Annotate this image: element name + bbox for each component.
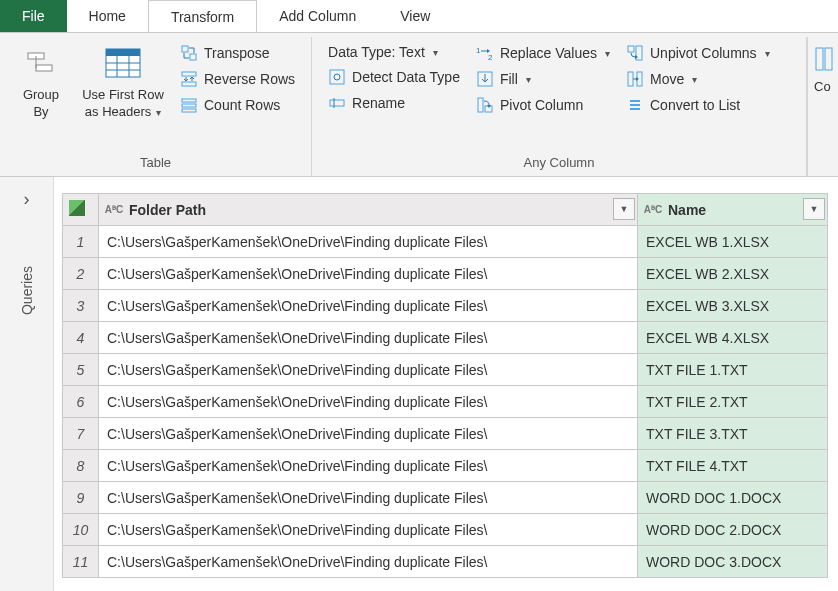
detect-data-type-button[interactable]: Detect Data Type (324, 65, 464, 89)
row-number[interactable]: 7 (63, 418, 99, 450)
cell-name[interactable]: WORD DOC 1.DOCX (638, 482, 828, 514)
rename-button[interactable]: Rename (324, 91, 464, 115)
tab-strip: File Home Transform Add Column View (0, 0, 838, 32)
chevron-down-icon: ▾ (692, 74, 697, 85)
cell-name[interactable]: EXCEL WB 2.XLSX (638, 258, 828, 290)
cell-folder-path[interactable]: C:\Users\GašperKamenšek\OneDrive\Finding… (99, 322, 638, 354)
queries-pane-label: Queries (19, 266, 35, 315)
table-row[interactable]: 7C:\Users\GašperKamenšek\OneDrive\Findin… (63, 418, 828, 450)
cell-folder-path[interactable]: C:\Users\GašperKamenšek\OneDrive\Finding… (99, 386, 638, 418)
cell-folder-path[interactable]: C:\Users\GašperKamenšek\OneDrive\Finding… (99, 258, 638, 290)
count-rows-button[interactable]: Count Rows (176, 93, 299, 117)
convert-to-list-button[interactable]: Convert to List (622, 93, 774, 117)
ribbon-group-any-column-label: Any Column (320, 151, 798, 176)
cell-folder-path[interactable]: C:\Users\GašperKamenšek\OneDrive\Finding… (99, 514, 638, 546)
replace-label: Replace Values (500, 45, 597, 61)
unpivot-label: Unpivot Columns (650, 45, 757, 61)
split-column-icon (814, 39, 834, 79)
svg-rect-29 (628, 72, 633, 86)
fill-button[interactable]: Fill▾ (472, 67, 614, 91)
tab-add-column[interactable]: Add Column (257, 0, 378, 32)
move-button[interactable]: Move▾ (622, 67, 774, 91)
svg-text:1: 1 (476, 46, 481, 55)
data-type-button[interactable]: Data Type: Text▾ (324, 41, 464, 63)
cell-folder-path[interactable]: C:\Users\GašperKamenšek\OneDrive\Finding… (99, 354, 638, 386)
row-number[interactable]: 9 (63, 482, 99, 514)
transpose-button[interactable]: Transpose (176, 41, 299, 65)
table-row[interactable]: 5C:\Users\GašperKamenšek\OneDrive\Findin… (63, 354, 828, 386)
detect-icon (328, 68, 346, 86)
tab-transform[interactable]: Transform (148, 0, 257, 32)
table-row[interactable]: 11C:\Users\GašperKamenšek\OneDrive\Findi… (63, 546, 828, 578)
table-row[interactable]: 9C:\Users\GašperKamenšek\OneDrive\Findin… (63, 482, 828, 514)
column-header-name[interactable]: AᴮC Name ▼ (638, 194, 828, 226)
row-number[interactable]: 11 (63, 546, 99, 578)
filter-button-folder-path[interactable]: ▼ (613, 198, 635, 220)
svg-rect-9 (190, 54, 196, 60)
unpivot-columns-button[interactable]: Unpivot Columns▾ (622, 41, 774, 65)
expand-queries-button[interactable]: › (24, 189, 30, 210)
row-number[interactable]: 10 (63, 514, 99, 546)
row-number[interactable]: 5 (63, 354, 99, 386)
replace-values-button[interactable]: 12 Replace Values▾ (472, 41, 614, 65)
cell-folder-path[interactable]: C:\Users\GašperKamenšek\OneDrive\Finding… (99, 546, 638, 578)
cell-name[interactable]: WORD DOC 2.DOCX (638, 514, 828, 546)
tab-file[interactable]: File (0, 0, 67, 32)
reverse-rows-icon (180, 70, 198, 88)
column-header-folder-path[interactable]: AᴮC Folder Path ▼ (99, 194, 638, 226)
svg-rect-36 (825, 48, 832, 70)
cell-name[interactable]: EXCEL WB 1.XLSX (638, 226, 828, 258)
row-number[interactable]: 8 (63, 450, 99, 482)
table-corner-button[interactable] (63, 194, 99, 226)
cell-name[interactable]: EXCEL WB 4.XLSX (638, 322, 828, 354)
pivot-label: Pivot Column (500, 97, 583, 113)
cell-name[interactable]: EXCEL WB 3.XLSX (638, 290, 828, 322)
row-number[interactable]: 2 (63, 258, 99, 290)
cell-folder-path[interactable]: C:\Users\GašperKamenšek\OneDrive\Finding… (99, 450, 638, 482)
tab-home[interactable]: Home (67, 0, 148, 32)
cell-name[interactable]: TXT FILE 4.TXT (638, 450, 828, 482)
column-header-name-label: Name (668, 202, 706, 218)
svg-rect-27 (628, 46, 634, 52)
transpose-label: Transpose (204, 45, 270, 61)
chevron-down-icon: ▾ (605, 48, 610, 59)
table-row[interactable]: 2C:\Users\GašperKamenšek\OneDrive\Findin… (63, 258, 828, 290)
table-row[interactable]: 1C:\Users\GašperKamenšek\OneDrive\Findin… (63, 226, 828, 258)
ribbon-group-any-column: Data Type: Text▾ Detect Data Type Rename… (312, 37, 807, 176)
row-number[interactable]: 1 (63, 226, 99, 258)
filter-button-name[interactable]: ▼ (803, 198, 825, 220)
table-row[interactable]: 3C:\Users\GašperKamenšek\OneDrive\Findin… (63, 290, 828, 322)
rename-label: Rename (352, 95, 405, 111)
table-row[interactable]: 6C:\Users\GašperKamenšek\OneDrive\Findin… (63, 386, 828, 418)
tab-view[interactable]: View (378, 0, 452, 32)
table-row[interactable]: 4C:\Users\GašperKamenšek\OneDrive\Findin… (63, 322, 828, 354)
fill-icon (476, 70, 494, 88)
to-list-label: Convert to List (650, 97, 740, 113)
cell-name[interactable]: TXT FILE 1.TXT (638, 354, 828, 386)
pivot-column-button[interactable]: Pivot Column (472, 93, 614, 117)
data-grid: AᴮC Folder Path ▼ AᴮC Name ▼ 1C:\Users\G (54, 177, 838, 591)
group-by-button[interactable]: Group By (8, 39, 74, 125)
row-number[interactable]: 3 (63, 290, 99, 322)
svg-rect-10 (182, 72, 196, 76)
svg-rect-26 (636, 46, 642, 60)
row-number[interactable]: 6 (63, 386, 99, 418)
cell-name[interactable]: TXT FILE 3.TXT (638, 418, 828, 450)
text-type-icon: AᴮC (644, 202, 662, 218)
row-number[interactable]: 4 (63, 322, 99, 354)
count-rows-icon (180, 96, 198, 114)
use-first-row-headers-button[interactable]: Use First Row as Headers ▾ (74, 39, 172, 125)
cell-name[interactable]: TXT FILE 2.TXT (638, 386, 828, 418)
reverse-rows-button[interactable]: Reverse Rows (176, 67, 299, 91)
table-row[interactable]: 10C:\Users\GašperKamenšek\OneDrive\Findi… (63, 514, 828, 546)
pivot-icon (476, 96, 494, 114)
table-row[interactable]: 8C:\Users\GašperKamenšek\OneDrive\Findin… (63, 450, 828, 482)
data-type-label: Data Type: Text (328, 44, 425, 60)
cell-name[interactable]: WORD DOC 3.DOCX (638, 546, 828, 578)
cell-folder-path[interactable]: C:\Users\GašperKamenšek\OneDrive\Finding… (99, 290, 638, 322)
svg-rect-3 (106, 49, 140, 56)
cell-folder-path[interactable]: C:\Users\GašperKamenšek\OneDrive\Finding… (99, 418, 638, 450)
cell-folder-path[interactable]: C:\Users\GašperKamenšek\OneDrive\Finding… (99, 226, 638, 258)
chevron-down-icon: ▾ (526, 74, 531, 85)
cell-folder-path[interactable]: C:\Users\GašperKamenšek\OneDrive\Finding… (99, 482, 638, 514)
